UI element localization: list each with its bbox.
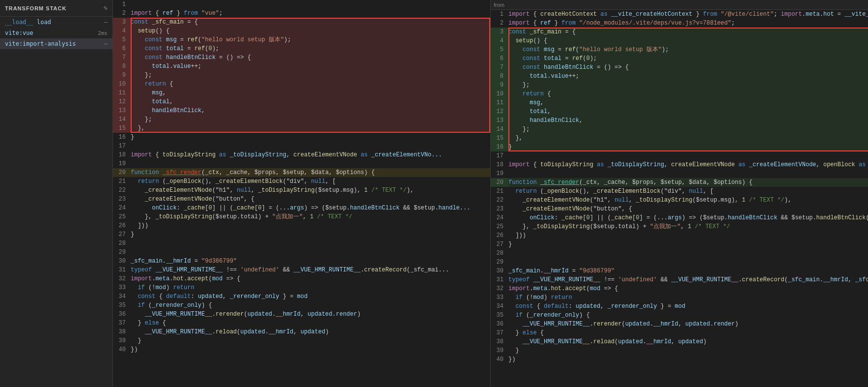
- right-line-21: 21 return (_openBlock(), _createElementB…: [491, 187, 868, 196]
- sidebar-item-vite-vue[interactable]: vite:vue 2ms: [0, 28, 112, 38]
- left-line-38: 38 __VUE_HMR_RUNTIME__.reload(updated.__…: [113, 327, 490, 336]
- sidebar-item-load[interactable]: __load__ load —: [0, 17, 112, 28]
- left-line-6: 6 const total = ref(0);: [113, 44, 490, 53]
- right-line-36: 36 __VUE_HMR_RUNTIME__.rerender(updated.…: [491, 320, 868, 328]
- left-line-14: 14 };: [113, 115, 490, 124]
- left-line-33: 33 if (!mod) return: [113, 283, 490, 292]
- left-code-scroll[interactable]: 1 2 import { ref } from "vue"; 3 const _…: [113, 0, 490, 387]
- sidebar-item-import-analysis-label: vite:import-analysis: [5, 40, 76, 47]
- left-line-22: 22 _createElementVNode("h1", null, _toDi…: [113, 186, 490, 195]
- right-line-34: 34 const { default: updated, _rerender_o…: [491, 302, 868, 311]
- left-line-8: 8 total.value++;: [113, 62, 490, 71]
- left-line-25: 25 }, _toDisplayString($setup.total) + "…: [113, 212, 490, 221]
- right-line-17: 17: [491, 151, 868, 160]
- left-line-24: 24 onClick: _cache[0] || (_cache[0] = (.…: [113, 204, 490, 212]
- right-line-5: 5 const msg = ref("hello world setup 版本"…: [491, 45, 868, 54]
- right-line-1: 1 import { createHotContext as __vite_cr…: [491, 10, 868, 19]
- left-line-3: 3 const _sfc_main = {: [113, 18, 490, 27]
- left-line-15: 15 },: [113, 124, 490, 133]
- left-panel: 1 2 import { ref } from "vue"; 3 const _…: [113, 0, 491, 387]
- right-line-32: 32 import.meta.hot.accept(mod => {: [491, 284, 868, 293]
- sidebar-item-vite-vue-time: 2ms: [98, 30, 108, 36]
- left-line-17: 17: [113, 142, 490, 150]
- left-line-21: 21 return (_openBlock(), _createElementB…: [113, 177, 490, 186]
- sidebar-title: TRANSFORM STACK: [5, 5, 66, 11]
- left-code-lines: 1 2 import { ref } from "vue"; 3 const _…: [113, 0, 490, 354]
- left-line-18: 18 import { toDisplayString as _toDispla…: [113, 150, 490, 159]
- sidebar-header: TRANSFORM STACK ✎: [0, 0, 112, 17]
- right-line-25: 25 }, _toDisplayString($setup.total) + "…: [491, 222, 868, 231]
- left-line-1: 1: [113, 0, 490, 9]
- right-line-11: 11 msg,: [491, 98, 868, 107]
- right-line-10: 10 return {: [491, 89, 868, 98]
- left-line-40: 40 }): [113, 345, 490, 354]
- right-line-28: 28: [491, 249, 868, 258]
- left-line-12: 12 total,: [113, 97, 490, 106]
- sidebar-item-import-analysis-dash: —: [104, 40, 108, 47]
- sidebar-item-vite-vue-label: vite:vue: [5, 30, 33, 36]
- left-line-36: 36 __VUE_HMR_RUNTIME__.rerender(updated.…: [113, 310, 490, 319]
- right-line-15: 15 },: [491, 134, 868, 143]
- right-line-14: 14 };: [491, 125, 868, 134]
- left-line-29: 29: [113, 248, 490, 257]
- left-line-16: 16 }: [113, 133, 490, 142]
- left-line-2: 2 import { ref } from "vue";: [113, 9, 490, 18]
- sidebar-item-load-dash: —: [104, 19, 108, 26]
- right-line-16: 16 }: [491, 143, 868, 151]
- right-line-23: 23 _createElementVNode("button", {: [491, 205, 868, 213]
- left-line-9: 9 };: [113, 71, 490, 80]
- left-line-23: 23 _createElementVNode("button", {: [113, 195, 490, 204]
- left-line-4: 4 setup() {: [113, 27, 490, 35]
- left-line-13: 13 handleBtnClick,: [113, 106, 490, 115]
- left-line-10: 10 return {: [113, 80, 490, 89]
- sidebar-item-load-label: __load__ load: [5, 19, 51, 26]
- left-line-39: 39 }: [113, 336, 490, 345]
- right-panel: from 1 import { createHotContext as __vi…: [491, 0, 868, 387]
- right-line-40: 40 }): [491, 355, 868, 364]
- right-line-33: 33 if (!mod) return: [491, 293, 868, 302]
- right-line-26: 26 ])): [491, 231, 868, 240]
- right-line-4: 4 setup() {: [491, 36, 868, 45]
- right-line-22: 22 _createElementVNode("h1", null, _toDi…: [491, 196, 868, 205]
- right-line-18: 18 import { toDisplayString as _toDispla…: [491, 160, 868, 169]
- sidebar-item-import-analysis[interactable]: vite:import-analysis —: [0, 38, 112, 49]
- right-line-24: 24 onClick: _cache[0] || (_cache[0] = (.…: [491, 213, 868, 222]
- left-line-32: 32 import.meta.hot.accept(mod => {: [113, 274, 490, 283]
- left-line-34: 34 const { default: updated, _rerender_o…: [113, 292, 490, 301]
- right-line-29: 29: [491, 258, 868, 267]
- left-line-5: 5 const msg = ref("hello world setup 版本"…: [113, 35, 490, 44]
- right-line-12: 12 total,: [491, 107, 868, 116]
- right-line-38: 38 __VUE_HMR_RUNTIME__.reload(updated.__…: [491, 337, 868, 346]
- right-line-8: 8 total.value++;: [491, 72, 868, 81]
- edit-icon[interactable]: ✎: [104, 4, 108, 12]
- sidebar: TRANSFORM STACK ✎ __load__ load — vite:v…: [0, 0, 113, 387]
- left-line-30: 30 _sfc_main.__hmrId = "9d386799": [113, 257, 490, 266]
- right-line-13: 13 handleBtnClick,: [491, 116, 868, 125]
- right-code-scroll[interactable]: 1 import { createHotContext as __vite_cr…: [491, 10, 868, 387]
- right-line-31: 31 typeof __VUE_HMR_RUNTIME__ !== 'undef…: [491, 275, 868, 284]
- right-line-30: 30 _sfc_main.__hmrId = "9d386799": [491, 267, 868, 275]
- right-from-text: from: [494, 2, 504, 8]
- left-line-11: 11 msg,: [113, 89, 490, 97]
- left-line-27: 27 }: [113, 230, 490, 239]
- right-line-7: 7 const handleBtnClick = () => {: [491, 63, 868, 72]
- left-line-20: 20 function _sfc_render(_ctx, _cache, $p…: [113, 168, 490, 177]
- left-line-37: 37 } else {: [113, 319, 490, 327]
- right-line-3: 3 const _sfc_main = {: [491, 28, 868, 36]
- left-line-35: 35 if (_rerender_only) {: [113, 301, 490, 310]
- main-area: 1 2 import { ref } from "vue"; 3 const _…: [113, 0, 868, 387]
- left-line-7: 7 const handleBtnClick = () => {: [113, 53, 490, 62]
- right-line-35: 35 if (_rerender_only) {: [491, 311, 868, 320]
- left-line-26: 26 ])): [113, 221, 490, 230]
- left-line-28: 28: [113, 239, 490, 248]
- right-line-9: 9 };: [491, 81, 868, 89]
- right-line-2: 2 import { ref } from "/node_modules/.vi…: [491, 19, 868, 28]
- right-line-27: 27 }: [491, 240, 868, 249]
- right-line-39: 39 }: [491, 346, 868, 355]
- left-line-31: 31 typeof __VUE_HMR_RUNTIME__ !== 'undef…: [113, 266, 490, 274]
- right-line-20: 20 function _sfc_render(_ctx, _cache, $p…: [491, 178, 868, 187]
- right-line-6: 6 const total = ref(0);: [491, 54, 868, 63]
- right-line-19: 19: [491, 169, 868, 178]
- left-line-19: 19: [113, 159, 490, 168]
- right-code-lines: 1 import { createHotContext as __vite_cr…: [491, 10, 868, 364]
